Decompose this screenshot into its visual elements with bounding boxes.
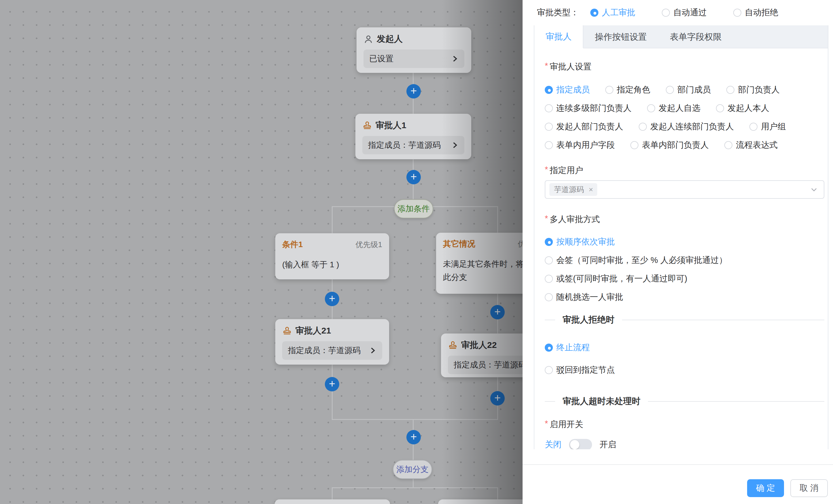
node-summary-row[interactable]: 已设置: [363, 50, 465, 68]
settings-tabbox: 审批人 操作按钮设置 表单字段权限 * 审批人设置 指定成员: [534, 25, 828, 449]
radio-label: 部门负责人: [738, 84, 780, 96]
drawer-footer: 确 定 取 消: [523, 464, 833, 504]
radio-dept-leader[interactable]: 部门负责人: [727, 84, 780, 96]
node-summary-row[interactable]: 指定成员：芋道源码: [282, 341, 382, 360]
add-branch-button[interactable]: 添加分支: [393, 460, 432, 479]
radio-dot: [666, 86, 674, 94]
radio-process-expression[interactable]: 流程表达式: [724, 140, 778, 151]
radio-sequential-approve[interactable]: 按顺序依次审批: [545, 236, 615, 248]
radio-manual-approve[interactable]: 人工审批: [590, 7, 635, 19]
switch-off-label: 关闭: [545, 439, 562, 449]
enable-switch-label: * 启用开关: [545, 419, 824, 430]
approve-type-label: 审批类型：: [537, 7, 579, 19]
assign-user-select[interactable]: 芋道源码 ×: [545, 180, 824, 199]
radio-starter-self[interactable]: 发起人本人: [716, 103, 769, 114]
add-node-button[interactable]: +: [490, 391, 505, 405]
radio-dot: [727, 86, 734, 94]
stamp-icon: [448, 341, 458, 350]
add-branch-label: 添加分支: [396, 464, 429, 475]
add-node-button[interactable]: +: [490, 305, 505, 320]
radio-label: 随机挑选一人审批: [556, 292, 623, 303]
required-asterisk: *: [545, 165, 548, 174]
radio-random-one[interactable]: 随机挑选一人审批: [545, 292, 623, 303]
user-tag-label: 芋道源码: [554, 184, 584, 195]
radio-starter-self-select[interactable]: 发起人自选: [647, 103, 700, 114]
radio-assign-member[interactable]: 指定成员: [545, 84, 590, 96]
node-approver1[interactable]: 审批人1 指定成员：芋道源码: [355, 114, 471, 159]
radio-starter-multi-dept-leader[interactable]: 发起人连续部门负责人: [639, 121, 734, 132]
tab-button-settings[interactable]: 操作按钮设置: [584, 25, 658, 48]
node-parallel1[interactable]: 并行1 无优先级: [275, 499, 390, 504]
radio-orsign[interactable]: 或签(可同时审批，有一人通过即可): [545, 273, 687, 284]
radio-label: 指定成员: [556, 84, 590, 96]
person-icon: [363, 34, 373, 44]
add-node-button[interactable]: +: [406, 170, 421, 184]
add-node-button[interactable]: +: [325, 377, 339, 392]
radio-label: 表单内部门负责人: [642, 140, 709, 151]
radio-label: 连续多级部门负责人: [556, 103, 632, 114]
radio-dot: [724, 141, 732, 149]
radio-label: 按顺序依次审批: [556, 236, 615, 248]
close-icon[interactable]: ×: [587, 185, 595, 194]
radio-label: 用户组: [761, 121, 786, 132]
radio-dot: [545, 275, 553, 283]
radio-countersign[interactable]: 会签（可同时审批，至少 % 人必须审批通过）: [545, 255, 727, 266]
radio-label: 会签（可同时审批，至少 % 人必须审批通过）: [556, 255, 727, 266]
node-summary-row[interactable]: 指定成员：芋道源码: [362, 136, 465, 154]
radio-dot: [545, 238, 553, 246]
node-title: 审批人21: [295, 325, 331, 337]
multi-approve-label: * 多人审批方式: [545, 214, 824, 225]
connector-line: [332, 206, 333, 233]
condition-priority: 优先级1: [356, 240, 382, 250]
tab-content: * 审批人设置 指定成员 指定角色: [534, 48, 828, 449]
radio-label: 终止流程: [556, 342, 590, 353]
condition-title: 条件1: [282, 239, 303, 250]
radio-terminate-process[interactable]: 终止流程: [545, 342, 590, 353]
timeout-enable-switch[interactable]: [569, 439, 592, 449]
radio-form-user-field[interactable]: 表单内用户字段: [545, 140, 615, 151]
radio-dot: [545, 344, 553, 352]
radio-label: 表单内用户字段: [556, 140, 615, 151]
add-node-button[interactable]: +: [325, 292, 339, 306]
radio-auto-reject[interactable]: 自动拒绝: [733, 7, 778, 19]
node-title: 审批人1: [376, 120, 406, 131]
radio-dot: [716, 104, 724, 112]
cancel-button[interactable]: 取 消: [790, 479, 828, 497]
connector-line: [332, 419, 498, 420]
node-approver21[interactable]: 审批人21 指定成员：芋道源码: [275, 319, 389, 364]
radio-form-dept-leader[interactable]: 表单内部门负责人: [630, 140, 709, 151]
node-condition1[interactable]: 条件1 优先级1 (输入框 等于 1 ): [275, 233, 389, 279]
add-node-button[interactable]: +: [406, 430, 421, 445]
radio-assign-role[interactable]: 指定角色: [605, 84, 650, 96]
radio-multi-level-dept-leader[interactable]: 连续多级部门负责人: [545, 103, 632, 114]
radio-dot: [590, 9, 598, 17]
radio-dot: [605, 86, 613, 94]
stamp-icon: [282, 326, 292, 336]
chevron-down-icon: [810, 185, 818, 194]
add-node-button[interactable]: +: [406, 84, 421, 99]
radio-dot: [545, 86, 553, 94]
radio-dot: [749, 123, 758, 131]
radio-auto-pass[interactable]: 自动通过: [662, 7, 707, 19]
node-settings-drawer: 审批类型： 人工审批 自动通过 自动拒绝 审批人 操作按钮设置 表单字段权限: [523, 0, 833, 504]
add-condition-button[interactable]: 添加条件: [394, 199, 433, 218]
radio-label: 自动拒绝: [745, 7, 778, 19]
radio-return-to-node[interactable]: 驳回到指定节点: [545, 364, 615, 376]
node-summary: 指定成员：芋道源码: [454, 359, 526, 370]
tab-approver[interactable]: 审批人: [534, 25, 584, 48]
node-summary: 指定成员：芋道源码: [368, 140, 441, 151]
confirm-button[interactable]: 确 定: [747, 479, 784, 497]
node-start[interactable]: 发起人 已设置: [357, 27, 471, 73]
approver-setting-label: * 审批人设置: [545, 61, 824, 73]
tab-form-permissions[interactable]: 表单字段权限: [658, 25, 733, 48]
timeout-section-title: 审批人超时未处理时: [563, 396, 640, 407]
required-asterisk: *: [545, 61, 548, 71]
radio-label: 发起人连续部门负责人: [650, 121, 734, 132]
radio-dot: [639, 123, 647, 131]
radio-dot: [545, 366, 553, 374]
radio-dept-member[interactable]: 部门成员: [666, 84, 711, 96]
approve-type-row: 审批类型： 人工审批 自动通过 自动拒绝: [523, 0, 833, 19]
radio-user-group[interactable]: 用户组: [749, 121, 786, 132]
connector-line: [497, 487, 498, 499]
radio-starter-dept-leader[interactable]: 发起人部门负责人: [545, 121, 623, 132]
